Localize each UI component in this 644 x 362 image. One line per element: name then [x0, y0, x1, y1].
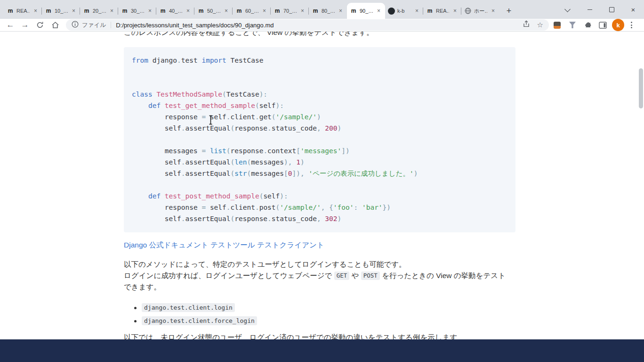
paragraph-line: を行ったときの View の挙動をテスト [380, 272, 506, 280]
side-panel-icon[interactable] [599, 19, 607, 31]
tab-close-icon[interactable]: × [32, 8, 39, 15]
code-line: def test_get_method_sample(self): [132, 100, 515, 111]
window-close-button[interactable]: × [622, 0, 644, 19]
tab-title: 30_… [131, 8, 144, 14]
browser-tab[interactable]: m 20_… × [80, 3, 118, 19]
code-line: messages = list(response.context['messag… [132, 145, 515, 156]
tab-close-icon[interactable]: × [223, 8, 230, 15]
extensions-puzzle-icon[interactable] [584, 19, 592, 31]
browser-tab[interactable]: m 10_… × [42, 3, 80, 19]
inline-code-get: GET [334, 272, 350, 280]
maximize-button[interactable] [601, 0, 622, 19]
browser-tab[interactable]: m 80_… × [309, 3, 347, 19]
site-info-icon[interactable] [72, 21, 79, 30]
list-item: django.test.client.force_login [142, 314, 257, 328]
tab-close-icon[interactable]: × [490, 8, 497, 15]
home-icon[interactable] [48, 19, 62, 31]
tab-close-icon[interactable]: × [337, 8, 344, 15]
code-line [132, 179, 515, 190]
browser-tab[interactable]: m 40_… × [156, 3, 194, 19]
tab-title: 60_… [245, 8, 258, 14]
browser-tab[interactable]: m 60_… × [233, 3, 271, 19]
tab-close-icon[interactable]: × [108, 8, 115, 15]
markdown-favicon-icon: m [235, 7, 243, 15]
tab-title: 50_… [207, 8, 220, 14]
markdown-favicon-icon: m [7, 7, 14, 15]
tab-title: 90_… [360, 8, 373, 14]
code-line: self.assertEqual(response.status_code, 2… [132, 123, 515, 134]
paragraph-line: できます。 [124, 283, 161, 291]
browser-tab[interactable]: m REA… × [4, 3, 42, 19]
code-block: from django.test import TestCase class T… [124, 47, 515, 232]
share-icon[interactable] [523, 20, 530, 30]
list-item: django.test.client.login [142, 301, 257, 314]
extension-icon-1[interactable] [554, 19, 561, 31]
markdown-favicon-icon: m [45, 7, 52, 15]
markdown-favicon-icon: m [197, 7, 205, 15]
tab-close-icon[interactable]: × [185, 8, 192, 15]
paragraph-line: 以下のメソッドによって、特定のテストユーザとしてログインすることも可能です。 [124, 260, 406, 268]
code-line: response = self.client.post('/sample/', … [132, 202, 515, 213]
url-text: D:/projects/lessons/unit_test_samples/do… [116, 22, 522, 29]
tab-title: k-b [397, 8, 411, 14]
code-line: self.assertEqual(str(messages[0]), 'ページの… [132, 168, 515, 179]
tab-title: 40_… [169, 8, 182, 14]
profile-avatar[interactable]: k [612, 19, 624, 31]
clipped-top-paragraph: このレスポンスの内容を検証することで、 View の挙動をテストできます。 [124, 32, 374, 38]
new-tab-button[interactable]: + [503, 5, 515, 17]
markdown-favicon-icon: m [274, 7, 281, 15]
paragraph-line: や [349, 272, 361, 280]
page-content: このレスポンスの内容を検証することで、 View の挙動をテストできます。 fr… [0, 32, 644, 339]
tab-close-icon[interactable]: × [299, 8, 306, 15]
markdown-favicon-icon: m [312, 7, 319, 15]
browser-menu-icon[interactable] [631, 19, 632, 31]
code-line: from django.test import TestCase [132, 55, 515, 66]
inline-code-post: POST [361, 272, 380, 280]
tab-title: 70_… [283, 8, 297, 14]
browser-tab[interactable]: ホー… × [461, 3, 499, 19]
inline-code: django.test.client.login [142, 303, 235, 312]
tab-close-icon[interactable]: × [413, 8, 420, 15]
paragraph: 以下のメソッドによって、特定のテストユーザとしてログインすることも可能です。 ロ… [124, 259, 522, 293]
tab-title: REA… [436, 8, 449, 14]
code-line: class TestMethodSample(TestCase): [132, 89, 515, 100]
tab-close-icon[interactable]: × [146, 8, 153, 15]
address-bar[interactable]: ファイル D:/projects/lessons/unit_test_sampl… [66, 19, 549, 31]
browser-tab[interactable]: m 30_… × [118, 3, 156, 19]
code-line [132, 77, 515, 89]
window-controls: × [579, 0, 644, 19]
tab-close-icon[interactable]: × [375, 8, 382, 15]
clipped-bottom-paragraph: 以下では、未ログイン状態のユーザ、ログイン済のユーザでの挙動の違いをテストする例… [124, 332, 457, 339]
tab-close-icon[interactable]: × [451, 8, 459, 15]
browser-tab[interactable]: m 50_… × [194, 3, 233, 19]
tab-close-icon[interactable]: × [261, 8, 268, 15]
bullet-list: django.test.client.login django.test.cli… [133, 301, 257, 328]
tab-title: ホー… [474, 8, 487, 15]
tab-title: 80_… [322, 8, 335, 14]
markdown-favicon-icon: m [121, 7, 129, 15]
code-line: self.assertEqual(response.status_code, 3… [132, 213, 515, 224]
scrollbar-thumb[interactable] [639, 68, 643, 108]
markdown-favicon-icon: m [350, 7, 357, 15]
globe-favicon-icon [464, 7, 472, 15]
reload-icon[interactable] [33, 19, 47, 31]
minimize-button[interactable] [579, 0, 601, 19]
browser-tab[interactable]: m REA… × [423, 3, 461, 19]
back-icon[interactable]: ← [3, 19, 17, 31]
bookmark-star-icon[interactable]: ☆ [537, 21, 543, 29]
paragraph-line: ログインに成功すれば、ログインユーザとしてウェブページで [124, 272, 334, 280]
desktop: m REA… × m 10_… × m 20_… × m 30_… × m 40… [0, 0, 644, 362]
markdown-favicon-icon: m [83, 7, 90, 15]
divider [111, 22, 111, 28]
doc-link[interactable]: Django 公式ドキュメント テストツール テストクライアント [124, 240, 324, 250]
github-favicon-icon [388, 8, 395, 15]
tab-strip: m REA… × m 10_… × m 20_… × m 30_… × m 40… [0, 0, 644, 19]
taskbar: 検索 b A [0, 339, 644, 362]
browser-tab[interactable]: m 70_… × [271, 3, 309, 19]
tab-search-chevron-icon[interactable] [561, 4, 573, 16]
forward-icon[interactable]: → [18, 19, 32, 31]
tab-close-icon[interactable]: × [70, 8, 77, 15]
browser-tab[interactable]: k-b × [385, 3, 423, 19]
browser-tab-active[interactable]: m 90_… × [347, 3, 385, 19]
extension-icon-2[interactable] [569, 19, 576, 31]
